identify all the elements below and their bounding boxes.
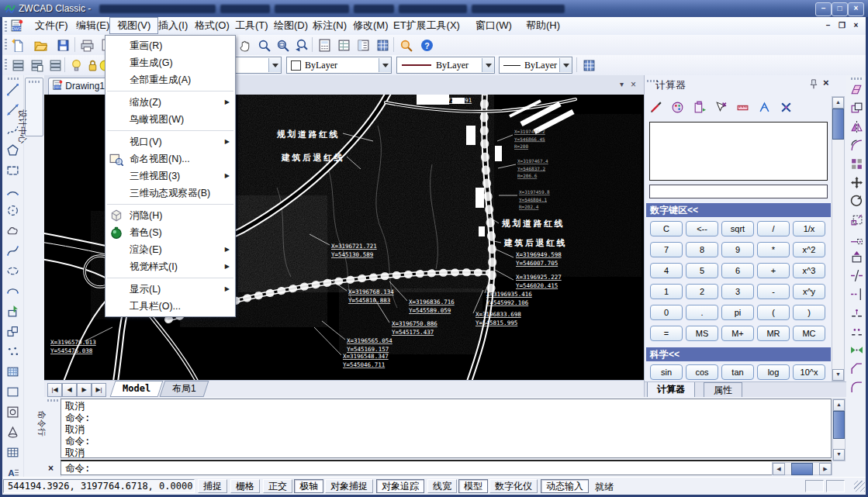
first-tab-button[interactable]: |◀: [47, 383, 62, 397]
mdi-close-button[interactable]: ×: [849, 19, 863, 32]
copy-tool[interactable]: [849, 100, 865, 116]
calc-key[interactable]: cos: [686, 364, 718, 380]
menu-help[interactable]: 帮助(H): [519, 17, 567, 34]
mdi-restore-button[interactable]: ❐: [835, 19, 849, 32]
menu-item-3d-orbit[interactable]: 三维动态观察器(B): [105, 185, 235, 202]
lengthen-tool[interactable]: [849, 249, 865, 265]
calc-key[interactable]: +: [757, 263, 790, 278]
menu-item-3d-views[interactable]: 三维视图(3)▶: [105, 167, 235, 185]
calc-key[interactable]: 9: [721, 242, 754, 257]
calc-key[interactable]: 2: [686, 284, 718, 299]
toolbar-grip[interactable]: [5, 39, 7, 51]
calc-key[interactable]: log: [757, 364, 790, 380]
calc-key[interactable]: MC: [793, 326, 825, 341]
calc-key[interactable]: =: [650, 326, 683, 341]
print-button[interactable]: [78, 36, 95, 53]
status-toggle-9[interactable]: 动态输入: [541, 479, 589, 493]
layer-states-button[interactable]: [28, 57, 45, 74]
chevron-down-icon[interactable]: [268, 58, 281, 72]
scroll-up-icon[interactable]: ▲: [832, 97, 844, 109]
options-palette-icon[interactable]: [671, 101, 684, 114]
trim-tool[interactable]: [849, 267, 865, 284]
revcloud-tool[interactable]: [5, 223, 21, 239]
next-tab-button[interactable]: ▶: [77, 383, 92, 397]
table-tool[interactable]: [5, 444, 21, 461]
status-toggle-8[interactable]: 数字化仪: [489, 479, 538, 493]
scroll-up-icon[interactable]: ▲: [833, 399, 845, 411]
status-toggle-7[interactable]: 模型: [458, 479, 488, 493]
calc-key[interactable]: 7: [650, 242, 683, 257]
rotate-tool[interactable]: [849, 193, 865, 209]
properties-palette-button[interactable]: [335, 36, 352, 53]
menu-item-redraw[interactable]: 重画(R): [105, 37, 235, 54]
calc-key[interactable]: ): [793, 305, 825, 320]
toolbar-grip[interactable]: [8, 78, 19, 80]
model-tab[interactable]: Model: [110, 381, 164, 397]
command-scrollbar[interactable]: ▲ ▼: [832, 399, 846, 461]
calc-key[interactable]: 1: [650, 284, 683, 299]
toolpalette-button[interactable]: [374, 36, 391, 53]
tab-close-icon[interactable]: ×: [631, 79, 636, 90]
stretch-tool[interactable]: [849, 230, 865, 247]
scrollbar-thumb[interactable]: [791, 463, 813, 475]
point-tool[interactable]: [5, 343, 21, 360]
toolbar-grip[interactable]: [5, 59, 7, 71]
zoom-realtime-button[interactable]: [255, 36, 272, 53]
menu-item-regen-all[interactable]: 全部重生成(A): [105, 71, 235, 88]
menu-item-viewports[interactable]: 视口(V)▶: [105, 133, 235, 150]
line-tool[interactable]: [5, 81, 21, 98]
break-at-point-tool[interactable]: [849, 305, 865, 321]
panel-close-icon[interactable]: ×: [823, 77, 829, 88]
offset-tool[interactable]: [849, 137, 865, 154]
menu-express[interactable]: ET扩展工具(X): [386, 17, 467, 34]
move-tool[interactable]: [849, 174, 865, 191]
scroll-left-icon[interactable]: ◀: [773, 463, 785, 475]
menu-item-hide[interactable]: 消隐(H): [105, 207, 235, 224]
scroll-down-icon[interactable]: ▼: [832, 369, 844, 381]
new-file-button[interactable]: [9, 36, 26, 53]
paste-to-commandline-icon[interactable]: [693, 101, 706, 114]
hatch-tool[interactable]: [5, 364, 21, 380]
status-toggle-3[interactable]: 极轴: [294, 479, 323, 493]
calc-key[interactable]: 6: [721, 263, 754, 278]
scrollbar-thumb[interactable]: [832, 109, 844, 140]
calc-key[interactable]: x^y: [793, 284, 825, 299]
menu-item-visual-styles[interactable]: 视觉样式(I)▶: [105, 258, 235, 275]
calc-key[interactable]: <--: [686, 221, 718, 236]
status-toggle-0[interactable]: 捕捉: [198, 479, 227, 493]
insert-block-tool[interactable]: [5, 303, 21, 319]
calc-key[interactable]: -: [757, 284, 790, 299]
region-tool[interactable]: [5, 404, 21, 420]
pan-button[interactable]: [237, 36, 254, 53]
color-combo[interactable]: ByLayer: [286, 57, 392, 74]
calc-key[interactable]: 4: [650, 263, 683, 278]
scrollbar-thumb[interactable]: [833, 411, 845, 439]
measure-angle-icon[interactable]: [758, 101, 771, 114]
scale-tool[interactable]: [849, 212, 865, 228]
join-tool[interactable]: [849, 342, 865, 358]
designcenter-side-tab[interactable]: 设计中心: [25, 78, 43, 136]
zoom-window-button[interactable]: [274, 36, 291, 53]
designcenter-palette-button[interactable]: [354, 36, 372, 53]
tab-scroll-icon[interactable]: ▾: [620, 80, 624, 88]
calc-key[interactable]: 5: [686, 263, 718, 278]
calc-key[interactable]: tan: [721, 364, 754, 380]
menu-item-display[interactable]: 显示(L)▶: [105, 281, 235, 298]
menu-item-aerial-view[interactable]: 鸟瞰视图(W): [105, 111, 235, 128]
tab-properties[interactable]: 属性: [704, 382, 742, 399]
calc-key[interactable]: 3: [721, 284, 754, 299]
calc-key[interactable]: sqrt: [721, 221, 754, 236]
menu-item-named-views[interactable]: 命名视图(N)...: [105, 150, 235, 167]
menu-item-render[interactable]: 渲染(E)▶: [105, 241, 235, 258]
calc-key[interactable]: sin: [650, 364, 683, 380]
status-toggle-2[interactable]: 正交: [263, 479, 292, 493]
document-tab[interactable]: Drawing1: [48, 78, 113, 95]
save-button[interactable]: [54, 36, 71, 53]
fillet-tool[interactable]: [849, 379, 865, 395]
calc-key[interactable]: C: [650, 221, 683, 236]
calc-key[interactable]: M+: [721, 326, 754, 341]
status-toggle-4[interactable]: 对象捕捉: [325, 479, 373, 493]
layer-on-off-icon[interactable]: [67, 57, 85, 74]
layer-combo[interactable]: [235, 57, 282, 74]
command-input[interactable]: 命令:: [61, 460, 832, 475]
